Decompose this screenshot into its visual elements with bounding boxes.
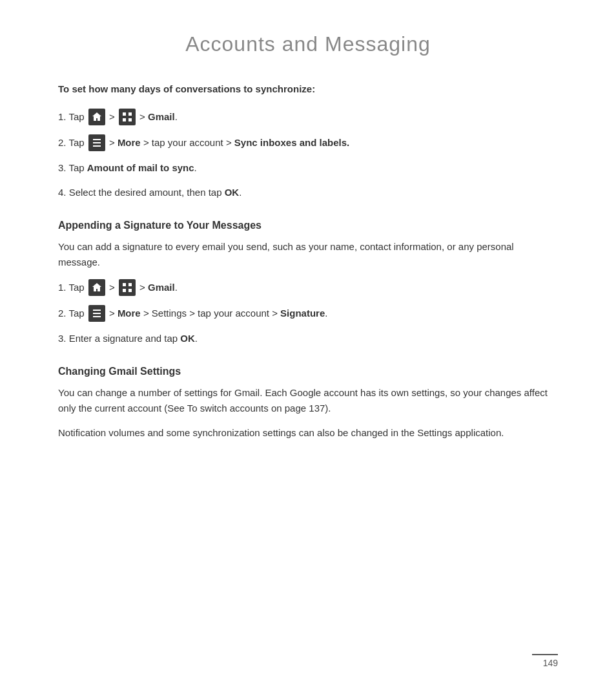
svg-rect-8 xyxy=(128,283,132,286)
gmail-settings-heading: Changing Gmail Settings xyxy=(58,366,558,377)
svg-rect-13 xyxy=(93,316,101,317)
sync-step-4: 4. Select the desired amount, then tap O… xyxy=(58,185,558,200)
svg-rect-12 xyxy=(93,313,101,314)
gmail-settings-para1: You can change a number of settings for … xyxy=(58,385,558,416)
page-divider xyxy=(532,654,558,655)
svg-rect-4 xyxy=(93,139,101,140)
sync-step1-suffix: > Gmail. xyxy=(137,109,178,125)
home-icon xyxy=(88,109,105,125)
svg-rect-2 xyxy=(123,118,126,121)
sync-step2-prefix: 2. Tap xyxy=(58,135,87,151)
svg-rect-0 xyxy=(123,112,126,116)
sync-step-1: 1. Tap > > Gmail. xyxy=(58,109,558,125)
sync-step-2: 2. Tap > More > tap your account > Sync … xyxy=(58,134,558,151)
menu-icon-2 xyxy=(88,305,105,322)
svg-rect-3 xyxy=(128,118,132,121)
page-number: 149 xyxy=(543,658,558,668)
signature-section: Appending a Signature to Your Messages Y… xyxy=(58,220,558,346)
gmail-settings-para2: Notification volumes and some synchroniz… xyxy=(58,425,558,441)
sync-step4-text: 4. Select the desired amount, then tap O… xyxy=(58,185,241,200)
home-icon-2 xyxy=(88,279,105,296)
sync-intro: To set how many days of conversations to… xyxy=(58,82,558,97)
grid-icon-2 xyxy=(119,279,136,296)
signature-description: You can add a signature to every email y… xyxy=(58,239,558,270)
sig-step1-gt: > xyxy=(107,280,118,295)
page-title: Accounts and Messaging xyxy=(58,32,558,56)
grid-icon-1 xyxy=(119,109,136,125)
page-container: Accounts and Messaging To set how many d… xyxy=(0,0,616,694)
svg-rect-5 xyxy=(93,142,101,143)
svg-rect-9 xyxy=(123,289,126,292)
svg-rect-6 xyxy=(93,145,101,147)
svg-rect-11 xyxy=(93,310,101,311)
sig-step-2: 2. Tap > More > Settings > tap your acco… xyxy=(58,305,558,322)
svg-rect-7 xyxy=(123,283,126,286)
signature-heading: Appending a Signature to Your Messages xyxy=(58,220,558,231)
sig-step-1: 1. Tap > > Gmail. xyxy=(58,279,558,296)
sync-step2-middle: > More > tap your account > Sync inboxes… xyxy=(107,135,349,151)
svg-rect-10 xyxy=(128,289,132,292)
sig-step2-prefix: 2. Tap xyxy=(58,306,87,321)
sync-days-section: To set how many days of conversations to… xyxy=(58,82,558,200)
sync-step-3: 3. Tap Amount of mail to sync. xyxy=(58,160,558,176)
sig-step2-middle: > More > Settings > tap your account > S… xyxy=(107,306,328,321)
sig-step-3: 3. Enter a signature and tap OK. xyxy=(58,331,558,346)
sync-step3-text: 3. Tap Amount of mail to sync. xyxy=(58,160,197,176)
sync-step1-prefix: 1. Tap xyxy=(58,109,87,125)
gmail-settings-section: Changing Gmail Settings You can change a… xyxy=(58,366,558,441)
menu-icon-1 xyxy=(88,134,105,151)
sync-step1-gt1: > xyxy=(107,109,118,125)
sig-step1-prefix: 1. Tap xyxy=(58,280,87,295)
sig-step3-text: 3. Enter a signature and tap OK. xyxy=(58,331,198,346)
svg-rect-1 xyxy=(128,112,132,116)
sig-step1-suffix: > Gmail. xyxy=(137,280,178,295)
